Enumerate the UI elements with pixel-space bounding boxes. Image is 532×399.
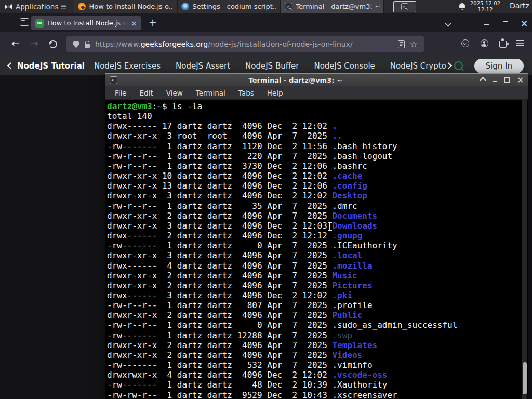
window-maximize-button[interactable] bbox=[503, 21, 508, 26]
geeksforgeeks-favicon bbox=[35, 19, 44, 28]
file-listing-row: drwxr-xr-x 2 dartz dartz 4096 Apr 7 2025… bbox=[107, 211, 528, 221]
file-listing-row: drwxr-xr-x 2 dartz dartz 4096 Apr 7 2025… bbox=[107, 350, 528, 360]
taskbar-window-button[interactable]: Terminal - dartz@vm3: ~ bbox=[281, 0, 384, 13]
site-nav-back-label: NodeJS Tutorial bbox=[17, 61, 85, 71]
terminal-mini-icon bbox=[401, 3, 408, 10]
taskbar-window-button[interactable]: Settings - codium script... bbox=[177, 0, 281, 13]
file-listing-row: -rw-r--r-- 1 dartz dartz 35 Apr 7 2025 .… bbox=[107, 201, 528, 211]
new-tab-button[interactable]: + bbox=[149, 17, 157, 28]
site-nav-link[interactable]: NodeJS Assert bbox=[176, 61, 230, 71]
prompt-command: ls -la bbox=[172, 101, 202, 111]
pocket-icon[interactable] bbox=[461, 39, 469, 47]
minimize-window-button[interactable] bbox=[493, 78, 497, 82]
tab-close-icon[interactable]: × bbox=[131, 20, 137, 26]
tracking-shield-icon[interactable] bbox=[73, 41, 79, 48]
terminal-menu-item[interactable]: Edit bbox=[140, 89, 153, 97]
file-listing-row: drwxr-xr-x 13 dartz dartz 4096 Dec 2 12:… bbox=[107, 181, 528, 191]
file-listing-row: drwx------ 2 dartz dartz 4096 Dec 2 12:1… bbox=[107, 231, 528, 241]
firefox-view-icon[interactable] bbox=[20, 18, 29, 26]
file-listing-row: drwxr-xr-x 3 dartz dartz 4096 Apr 7 2025… bbox=[107, 250, 528, 260]
menu-lines-icon bbox=[61, 5, 66, 9]
taskbar-window-button[interactable]: How to Install Node.js o... bbox=[74, 0, 177, 13]
terminal-window-title: Terminal - dartz@vm3: ~ bbox=[117, 76, 473, 84]
site-nav-links: NodeJS ExercisesNodeJS AssertNodeJS Buff… bbox=[94, 61, 456, 71]
panel-clock[interactable]: 2025-12-02 12:12 bbox=[469, 1, 501, 12]
tab-title: How to Install Node.js on bbox=[47, 19, 127, 27]
clock-time: 12:12 bbox=[469, 7, 501, 13]
notification-bell-icon[interactable] bbox=[459, 3, 465, 8]
applications-menu-button[interactable]: Applications bbox=[0, 0, 71, 13]
window-minimize-button[interactable] bbox=[484, 24, 489, 25]
close-window-button[interactable]: × bbox=[517, 76, 524, 84]
terminal-output[interactable]: dartz@vm3:~$ ls -la total 140 drwx------… bbox=[105, 100, 528, 399]
xubuntu-logo-icon bbox=[4, 3, 12, 11]
user-menu[interactable]: Dartz bbox=[510, 2, 529, 10]
file-listing-row: -rw------- 1 dartz dartz 1120 Dec 2 11:5… bbox=[107, 141, 528, 151]
top-panel: Applications How to Install Node.js o...… bbox=[0, 0, 532, 14]
terminal-menu-item[interactable]: Terminal bbox=[196, 89, 225, 97]
workspace-switcher[interactable] bbox=[393, 1, 416, 12]
file-listing-row: drwx------ 17 dartz dartz 4096 Dec 2 12:… bbox=[107, 121, 528, 131]
clock-date: 2025-12-02 bbox=[469, 1, 501, 7]
terminal-menu-item[interactable]: File bbox=[115, 89, 127, 97]
window-button-label: How to Install Node.js o... bbox=[89, 3, 173, 10]
window-app-icon bbox=[78, 3, 86, 10]
scrollbar-thumb[interactable] bbox=[523, 362, 527, 394]
terminal-menu-item[interactable]: View bbox=[166, 89, 183, 97]
site-nav-link[interactable]: NodeJS Exercises bbox=[94, 61, 161, 71]
terminal-total-line: total 140 bbox=[107, 111, 528, 121]
sign-in-button[interactable]: Sign In bbox=[474, 59, 524, 73]
maximize-window-button[interactable] bbox=[504, 77, 510, 83]
file-listing-row: drwxr-xr-x 2 dartz dartz 4096 Apr 7 2025… bbox=[107, 281, 528, 290]
terminal-menu-bar: FileEditViewTerminalTabsHelp bbox=[105, 86, 528, 100]
file-listing-row: -rw-r--r-- 1 dartz dartz 3730 Dec 2 12:0… bbox=[107, 161, 528, 171]
applications-label: Applications bbox=[16, 3, 58, 11]
list-all-tabs-icon[interactable] bbox=[445, 20, 451, 27]
reader-mode-icon[interactable] bbox=[398, 40, 405, 48]
url-text[interactable]: https://www.geeksforgeeks.org/node-js/in… bbox=[95, 40, 393, 48]
user-label: Dartz bbox=[510, 2, 529, 10]
forward-button[interactable]: → bbox=[30, 37, 38, 49]
terminal-scrollbar[interactable] bbox=[522, 100, 527, 399]
shade-window-button[interactable] bbox=[481, 78, 485, 83]
file-listing-row: -rw------- 1 dartz dartz 0 Apr 7 2025 .I… bbox=[107, 241, 528, 250]
site-nav-link[interactable]: NodeJS Console bbox=[314, 61, 375, 71]
terminal-window: Terminal - dartz@vm3: ~ × FileEditViewTe… bbox=[105, 73, 528, 399]
search-icon[interactable] bbox=[454, 61, 463, 70]
terminal-prompt-line: dartz@vm3:~$ ls -la bbox=[107, 101, 528, 111]
file-listing-row: drwxr-xr-x 10 dartz dartz 4096 Dec 2 12:… bbox=[107, 171, 528, 181]
browser-toolbar: ← → https://www.geeksforgeeks.org/node-j… bbox=[0, 32, 532, 56]
file-listing-row: -rw-r--r-- 1 dartz dartz 220 Apr 7 2025 … bbox=[107, 151, 528, 161]
file-listing-row: -rw------- 1 dartz dartz 12288 Apr 7 202… bbox=[107, 330, 528, 340]
file-listing-row: -rw------- 1 dartz dartz 48 Dec 2 10:39 … bbox=[107, 380, 528, 390]
menu-hamburger-icon[interactable] bbox=[516, 40, 524, 46]
file-listing-row: drwx------ 3 dartz dartz 4096 Dec 2 12:0… bbox=[107, 290, 528, 300]
site-nav-link[interactable]: NodeJS Crypto bbox=[390, 61, 446, 71]
taskbar-window-buttons: How to Install Node.js o... Settings - c… bbox=[74, 0, 384, 13]
window-app-icon bbox=[181, 3, 189, 10]
file-listing-row: -rw------- 1 dartz dartz 532 Apr 7 2025 … bbox=[107, 360, 528, 370]
file-listing-row: drwxr-xr-x 2 dartz dartz 4096 Apr 7 2025… bbox=[107, 340, 528, 350]
back-button[interactable]: ← bbox=[11, 37, 20, 49]
bookmark-star-icon[interactable]: ☆ bbox=[410, 40, 418, 48]
sign-in-label: Sign In bbox=[486, 61, 512, 71]
terminal-title-bar[interactable]: Terminal - dartz@vm3: ~ × bbox=[105, 74, 528, 86]
chevron-left-icon bbox=[7, 62, 14, 69]
account-icon[interactable] bbox=[481, 39, 488, 47]
file-listing: drwx------ 17 dartz dartz 4096 Dec 2 12:… bbox=[107, 121, 528, 399]
file-listing-row: drwxr-xr-x 3 root root 4096 Apr 7 2025 .… bbox=[107, 131, 528, 141]
desktop-screen: Applications How to Install Node.js o...… bbox=[0, 0, 532, 399]
prompt-path: ~ bbox=[157, 101, 162, 111]
lock-icon[interactable] bbox=[85, 44, 90, 48]
site-nav-back[interactable]: NodeJS Tutorial bbox=[8, 61, 85, 71]
terminal-menu-item[interactable]: Tabs bbox=[238, 89, 254, 97]
browser-tab[interactable]: How to Install Node.js on × bbox=[31, 16, 141, 30]
terminal-app-icon bbox=[110, 76, 117, 84]
file-listing-row: -rw-r--r-- 1 dartz dartz 0 Apr 7 2025 .s… bbox=[107, 320, 528, 330]
window-close-button[interactable]: × bbox=[521, 18, 528, 29]
address-bar[interactable]: https://www.geeksforgeeks.org/node-js/in… bbox=[66, 36, 424, 52]
reload-icon[interactable] bbox=[49, 40, 57, 48]
site-nav-link[interactable]: NodeJS Buffer bbox=[245, 61, 299, 71]
extensions-puzzle-icon[interactable] bbox=[499, 41, 507, 48]
terminal-menu-item[interactable]: Help bbox=[267, 89, 283, 97]
